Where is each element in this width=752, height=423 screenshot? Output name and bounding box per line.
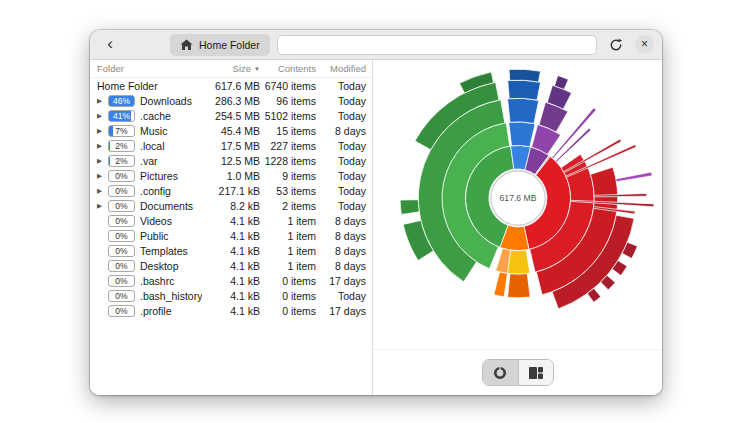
contents-cell: 53 items <box>260 185 316 197</box>
table-row[interactable]: ▶0%Documents8.2 kB2 itemsToday <box>90 198 372 213</box>
size-cell: 617.6 MB <box>202 80 260 92</box>
expander-icon[interactable]: ▶ <box>97 198 108 213</box>
modified-cell: Today <box>316 95 366 107</box>
chart-center-label: 617.6 MB <box>499 192 536 202</box>
expander-icon[interactable]: ▶ <box>97 138 108 153</box>
ring-segment-music-l3b[interactable] <box>493 271 507 296</box>
table-row[interactable]: ▶2%.var12.5 MB1228 itemsToday <box>90 153 372 168</box>
expander-icon[interactable]: ▶ <box>97 153 108 168</box>
table-row[interactable]: 0%Templates4.1 kB1 item8 days <box>90 243 372 258</box>
chart-view-button-group <box>482 359 554 386</box>
column-header-modified[interactable]: Modified <box>316 63 366 74</box>
main-content: Folder Size▼ Contents Modified Home Fold… <box>90 60 662 395</box>
modified-cell: 8 days <box>316 245 366 257</box>
size-cell: 1.0 MB <box>202 170 260 182</box>
usage-percent-badge: 2% <box>108 155 135 167</box>
table-row[interactable]: ▶0%Pictures1.0 MB9 itemsToday <box>90 168 372 183</box>
folder-name: Public <box>140 230 202 242</box>
table-header-row: Folder Size▼ Contents Modified <box>90 60 372 78</box>
contents-cell: 227 items <box>260 140 316 152</box>
ring-segment-downloads-l4b[interactable] <box>400 199 419 214</box>
contents-cell: 0 items <box>260 275 316 287</box>
modified-cell: Today <box>316 110 366 122</box>
size-cell: 217.1 kB <box>202 185 260 197</box>
ring-segment-local-l4[interactable] <box>507 80 540 100</box>
ring-segment-local-l2[interactable] <box>508 121 534 146</box>
usage-percent-badge: 0% <box>108 215 135 227</box>
expander-icon[interactable]: ▶ <box>97 183 108 198</box>
table-row[interactable]: 0%Public4.1 kB1 item8 days <box>90 228 372 243</box>
folder-name: Music <box>140 125 202 137</box>
folder-name: .cache <box>140 110 202 122</box>
contents-cell: 1228 items <box>260 155 316 167</box>
ring-segment-local-l3[interactable] <box>507 98 538 123</box>
usage-percent-badge: 7% <box>108 125 135 137</box>
usage-percent-badge: 0% <box>108 170 135 182</box>
size-cell: 254.5 MB <box>202 110 260 122</box>
folder-name: .config <box>140 185 202 197</box>
table-row[interactable]: Home Folder617.6 MB6740 itemsToday <box>90 78 372 93</box>
contents-cell: 9 items <box>260 170 316 182</box>
table-row[interactable]: 0%Videos4.1 kB1 item8 days <box>90 213 372 228</box>
column-header-size-label: Size <box>233 63 251 74</box>
size-cell: 4.1 kB <box>202 290 260 302</box>
treemap-chart-button[interactable] <box>518 360 553 385</box>
folder-name: Documents <box>140 200 202 212</box>
modified-cell: Today <box>316 200 366 212</box>
modified-cell: 17 days <box>316 275 366 287</box>
ring-segment-music-l2-yellow[interactable] <box>507 249 529 273</box>
table-row[interactable]: ▶41%.cache254.5 MB5102 itemsToday <box>90 108 372 123</box>
path-entry[interactable] <box>277 35 597 55</box>
ring-segment-music-l3a[interactable] <box>507 273 530 297</box>
rings-chart-icon <box>493 366 507 380</box>
usage-percent-badge: 0% <box>108 245 135 257</box>
folder-name: .bashrc <box>140 275 202 287</box>
chart-view-toolbar <box>373 349 662 395</box>
home-icon <box>180 39 193 51</box>
usage-percent-badge: 0% <box>108 230 135 242</box>
home-folder-button[interactable]: Home Folder <box>170 34 270 56</box>
rings-chart: 617.6 MB <box>382 62 654 334</box>
rings-chart-button[interactable] <box>483 360 518 385</box>
folder-name: .local <box>140 140 202 152</box>
column-header-folder[interactable]: Folder <box>97 63 202 74</box>
modified-cell: Today <box>316 80 366 92</box>
table-row[interactable]: 0%.bash_history4.1 kB0 itemsToday <box>90 288 372 303</box>
contents-cell: 2 items <box>260 200 316 212</box>
column-header-contents[interactable]: Contents <box>260 63 316 74</box>
table-row[interactable]: ▶46%Downloads286.3 MB96 itemsToday <box>90 93 372 108</box>
treemap-chart-icon <box>529 367 543 379</box>
chevron-left-icon: ‹ <box>107 35 113 52</box>
ring-segment-local-l5[interactable] <box>509 69 540 82</box>
modified-cell: Today <box>316 185 366 197</box>
expander-icon[interactable]: ▶ <box>97 123 108 138</box>
usage-percent-badge: 0% <box>108 200 135 212</box>
modified-cell: Today <box>316 290 366 302</box>
refresh-button[interactable] <box>604 33 628 57</box>
back-button[interactable]: ‹ <box>98 33 122 57</box>
table-row[interactable]: ▶0%.config217.1 kB53 itemsToday <box>90 183 372 198</box>
table-row[interactable]: 0%Desktop4.1 kB1 item8 days <box>90 258 372 273</box>
modified-cell: Today <box>316 140 366 152</box>
table-row[interactable]: 0%.profile4.1 kB0 items17 days <box>90 303 372 318</box>
contents-cell: 1 item <box>260 230 316 242</box>
modified-cell: Today <box>316 170 366 182</box>
table-row[interactable]: ▶2%.local17.5 MB227 itemsToday <box>90 138 372 153</box>
folder-name: Downloads <box>140 95 202 107</box>
expander-icon[interactable]: ▶ <box>97 108 108 123</box>
table-row[interactable]: 0%.bashrc4.1 kB0 items17 days <box>90 273 372 288</box>
folder-name: Desktop <box>140 260 202 272</box>
folder-name: .bash_history <box>140 290 202 302</box>
rings-chart-pane: 617.6 MB <box>372 60 662 395</box>
modified-cell: 8 days <box>316 215 366 227</box>
table-row[interactable]: ▶7%Music45.4 MB15 items8 days <box>90 123 372 138</box>
expander-icon[interactable]: ▶ <box>97 93 108 108</box>
close-button[interactable]: × <box>635 35 654 54</box>
column-header-size[interactable]: Size▼ <box>202 63 260 74</box>
size-cell: 286.3 MB <box>202 95 260 107</box>
modified-cell: 8 days <box>316 260 366 272</box>
size-cell: 4.1 kB <box>202 275 260 287</box>
expander-icon[interactable]: ▶ <box>97 168 108 183</box>
size-cell: 8.2 kB <box>202 200 260 212</box>
size-cell: 4.1 kB <box>202 215 260 227</box>
